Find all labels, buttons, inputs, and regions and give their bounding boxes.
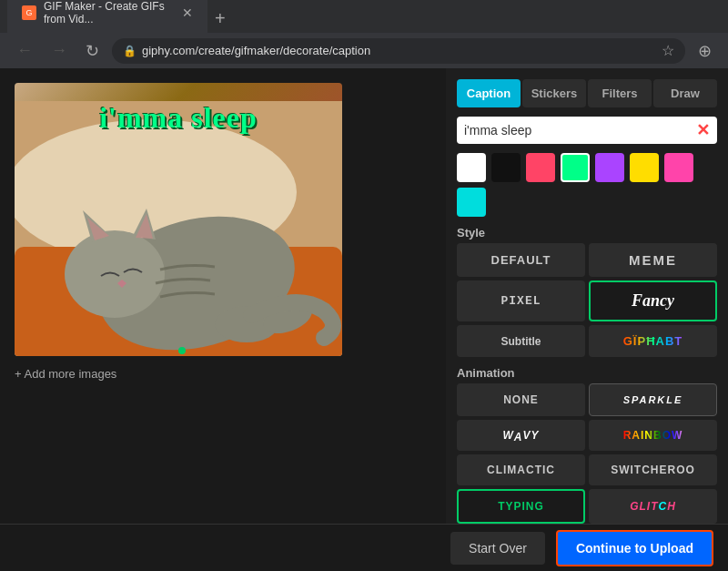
animation-section-label: Animation bbox=[457, 366, 717, 380]
color-pink[interactable] bbox=[664, 153, 693, 182]
wavy-label: WAVY bbox=[502, 429, 539, 442]
search-icon[interactable]: ⊕ bbox=[693, 39, 717, 63]
start-over-button[interactable]: Start Over bbox=[450, 532, 545, 565]
continue-to-upload-button[interactable]: Continue to Upload bbox=[556, 530, 713, 566]
color-swatches bbox=[457, 153, 717, 217]
tab-draw[interactable]: Draw bbox=[653, 79, 717, 107]
style-fancy-button[interactable]: Fancy bbox=[589, 280, 717, 321]
tool-tabs: Caption Stickers Filters Draw bbox=[457, 79, 717, 107]
tab-close-button[interactable]: ✕ bbox=[182, 5, 193, 20]
tab-caption[interactable]: Caption bbox=[457, 79, 521, 107]
style-meme-button[interactable]: MEME bbox=[589, 243, 717, 277]
address-bar[interactable]: 🔒 giphy.com/create/gifmaker/decorate/cap… bbox=[112, 38, 685, 64]
anim-sparkle-button[interactable]: SPARKLE bbox=[589, 383, 717, 416]
right-panel: Caption Stickers Filters Draw ✕ Style bbox=[446, 68, 728, 571]
alphabet-label: GÏPĦABT bbox=[623, 334, 683, 348]
style-alphabet-button[interactable]: GÏPĦABT bbox=[589, 325, 717, 357]
lock-icon: 🔒 bbox=[123, 45, 136, 57]
bottom-bar: Start Over Continue to Upload bbox=[0, 524, 728, 571]
anim-none-button[interactable]: NONE bbox=[457, 383, 585, 416]
style-default-button[interactable]: DEFAULT bbox=[457, 243, 585, 277]
color-cyan[interactable] bbox=[457, 188, 486, 217]
anim-rainbow-button[interactable]: RAINBOW bbox=[589, 420, 717, 451]
tab-favicon: G bbox=[22, 5, 36, 20]
anim-glitch-button[interactable]: GLITCH bbox=[589, 489, 717, 524]
anim-switcheroo-button[interactable]: SWITCHEROO bbox=[589, 454, 717, 485]
progress-dot bbox=[178, 347, 186, 354]
new-tab-button[interactable]: + bbox=[207, 5, 233, 33]
back-button[interactable]: ← bbox=[11, 39, 38, 62]
add-images-button[interactable]: + Add more images bbox=[15, 367, 116, 381]
caption-input[interactable] bbox=[464, 123, 696, 138]
sparkle-label: SPARKLE bbox=[623, 394, 683, 405]
tab-filters[interactable]: Filters bbox=[588, 79, 652, 107]
add-images-label: + Add more images bbox=[15, 367, 116, 381]
anim-climactic-button[interactable]: CLIMACTIC bbox=[457, 454, 585, 485]
address-text: giphy.com/create/gifmaker/decorate/capti… bbox=[142, 44, 656, 57]
color-red[interactable] bbox=[526, 153, 555, 182]
anim-typing-button[interactable]: TYPING bbox=[457, 489, 585, 524]
refresh-button[interactable]: ↻ bbox=[80, 39, 105, 63]
forward-button[interactable]: → bbox=[46, 39, 73, 62]
color-black[interactable] bbox=[491, 153, 521, 182]
caption-input-container: ✕ bbox=[457, 117, 717, 144]
animation-grid: NONE SPARKLE WAVY RAINBOW CLIMACTIC SWIT… bbox=[457, 383, 717, 524]
glitch-label: GLITCH bbox=[630, 500, 676, 513]
tab-bar: G GIF Maker - Create GIFs from Vid... ✕ … bbox=[0, 0, 728, 33]
gif-caption-text: i'mma sleep bbox=[15, 101, 342, 135]
style-section-label: Style bbox=[457, 226, 717, 240]
anim-wavy-button[interactable]: WAVY bbox=[457, 420, 585, 451]
style-section: Style DEFAULT MEME PIXEL Fancy Subtitle bbox=[457, 226, 717, 357]
cat-svg bbox=[15, 101, 342, 356]
color-white[interactable] bbox=[457, 153, 486, 182]
color-yellow[interactable] bbox=[630, 153, 659, 182]
tab-stickers[interactable]: Stickers bbox=[522, 79, 586, 107]
left-panel: i'mma sleep + Add more images bbox=[0, 68, 446, 571]
color-green[interactable] bbox=[561, 153, 590, 182]
animation-section: Animation NONE SPARKLE WAVY RAINBOW CLIM… bbox=[457, 366, 717, 524]
style-grid: DEFAULT MEME PIXEL Fancy Subtitle GÏPĦAB… bbox=[457, 243, 717, 357]
tab-title: GIF Maker - Create GIFs from Vid... bbox=[44, 0, 171, 25]
rainbow-label: RAINBOW bbox=[623, 429, 683, 442]
nav-bar: ← → ↻ 🔒 giphy.com/create/gifmaker/decora… bbox=[0, 33, 728, 68]
bookmark-icon[interactable]: ☆ bbox=[662, 42, 674, 59]
progress-indicator bbox=[15, 349, 342, 352]
style-subtitle-button[interactable]: Subtitle bbox=[457, 325, 585, 357]
style-pixel-button[interactable]: PIXEL bbox=[457, 280, 585, 321]
color-purple[interactable] bbox=[595, 153, 624, 182]
browser-tab[interactable]: G GIF Maker - Create GIFs from Vid... ✕ bbox=[7, 0, 207, 33]
clear-input-button[interactable]: ✕ bbox=[696, 120, 710, 140]
gif-preview: i'mma sleep bbox=[15, 83, 342, 356]
